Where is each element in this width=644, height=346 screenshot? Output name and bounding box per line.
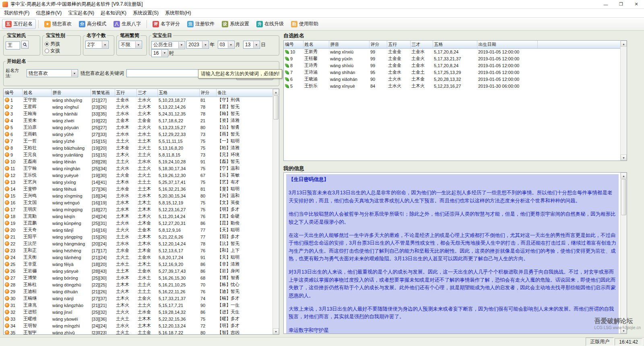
- table-row[interactable]: 22王沆茫wáng hàngmáng[20][24]土水水土木水5,12,20,…: [4, 240, 272, 247]
- minimize-button[interactable]: —: [598, 0, 613, 8]
- table-row[interactable]: 20王天奇wáng tiānjī[16][16]土火火土金木5,8,12,9,1…: [4, 227, 272, 233]
- column-header[interactable]: 五行: [115, 89, 136, 97]
- table-row[interactable]: 32王进熙wáng jìnxī[25][32]土火火土水金5,19,28,14,…: [4, 309, 272, 315]
- scrollbar-thumb[interactable]: [621, 179, 626, 215]
- selected-scrollbar[interactable]: ▲ ▼: [620, 41, 627, 161]
- birth-year-select[interactable]: 2023▼: [186, 41, 209, 49]
- toolbar-button-register-software[interactable]: 注注册软件: [184, 19, 218, 29]
- table-row[interactable]: 9王元良wáng yuánliáng[15][15]土木火土土火5,8,11,8…: [4, 151, 272, 158]
- table-row[interactable]: 9王钰馨wáng yùxīn99土金金土金火5,17,33,21,372019-…: [284, 55, 621, 62]
- table-row[interactable]: 25王非亚wáng fēiyà[18][20]土水土土木土5,12,16,9,2…: [4, 261, 272, 268]
- menu-item[interactable]: 宝宝起名(N): [65, 9, 97, 17]
- table-row[interactable]: 34王明智wáng míngzhì[24][24]土水火土木木5,12,20,1…: [4, 322, 272, 329]
- menu-item[interactable]: 系统帮助(H): [162, 9, 194, 17]
- surname-input[interactable]: 王: [6, 41, 20, 49]
- table-row[interactable]: 3王翰海wáng hànhǎi[33][35]土水水土火木5,24,31,12,…: [4, 110, 272, 117]
- gender-radio-female[interactable]: 女孩: [45, 47, 60, 54]
- menu-item[interactable]: 系统设置(S): [130, 9, 162, 17]
- my-info-scrollbar[interactable]: ▲ ▼: [620, 173, 627, 334]
- table-row[interactable]: 33王曜维wáng yàowéi[33][36]土火土土木木5,22,32,15…: [4, 315, 272, 322]
- toolbar-button-help[interactable]: 助使用帮助: [288, 19, 322, 29]
- table-row[interactable]: 5王忻乐wáng xīnyuè84土水火土木火5,12,23,16,272019…: [284, 82, 621, 89]
- table-row[interactable]: 21王阳平wáng yángpíng[15][26]土土水土木木5,21,22,…: [4, 233, 272, 240]
- scrollbar-thumb[interactable]: [273, 95, 279, 119]
- maximize-button[interactable]: ❐: [613, 0, 629, 8]
- scroll-up-icon[interactable]: ▲: [621, 173, 627, 179]
- column-header[interactable]: 三才: [410, 41, 433, 48]
- table-row[interactable]: 5王泊原wáng póyuán[25][27]土水木土火火5,13,23,15,…: [4, 124, 272, 131]
- table-row[interactable]: 28王栋柱wáng dòngzhù[22][25]土木木土土火5,16,21,1…: [4, 281, 272, 288]
- table-row[interactable]: 23王和正wáng hézhèng[17][17]土水金土木金5,12,13,6…: [4, 247, 272, 254]
- menu-item[interactable]: 信息操作(V): [33, 9, 65, 17]
- table-row[interactable]: 12王乐悦wáng yuèyuè[19][30]土火金土火土5,19,26,12…: [4, 172, 272, 179]
- toolbar-button-online-upgrade[interactable]: 升在线升级: [253, 19, 287, 29]
- close-button[interactable]: ✕: [629, 0, 644, 8]
- table-row[interactable]: 26王岩樾wáng yányuè[28][43]土土木土金水5,27,39,17…: [4, 268, 272, 274]
- birth-month-select[interactable]: 03▼: [218, 41, 235, 49]
- menu-item[interactable]: 起名知识(K): [97, 9, 130, 17]
- table-row[interactable]: 6王雨鹤wáng yǔhè[27][33]土水水土水土5,12,29,22,33…: [4, 131, 272, 138]
- keyword-input[interactable]: [126, 69, 207, 77]
- column-header[interactable]: 姓名: [22, 89, 51, 97]
- scroll-up-icon[interactable]: ▲: [273, 89, 279, 95]
- column-header[interactable]: 简繁笔画: [91, 89, 115, 97]
- toolbar-button-birth-bazi[interactable]: 八生辰八字: [110, 19, 144, 29]
- table-row[interactable]: 10王磊南wáng lěinán[28][28]土土火土水水5,19,24,10…: [4, 158, 272, 165]
- table-row[interactable]: 31王康兆wáng kāngzhào[21][21]土木火土土火5,15,17,…: [4, 302, 272, 309]
- table-row[interactable]: 8王柏壮wáng bǎizhuàng[19][20]土木金土火土5,13,16,…: [4, 144, 272, 151]
- table-row[interactable]: 19王昆鹏wáng kūnpéng[25][31]土火水土木金5,12,27,2…: [4, 220, 272, 227]
- strokes-select[interactable]: 不限▼: [119, 41, 142, 49]
- column-header[interactable]: 编号: [284, 41, 303, 48]
- column-header[interactable]: 评分: [369, 41, 387, 48]
- results-scrollbar[interactable]: ▲ ▼: [272, 89, 279, 334]
- table-row[interactable]: 8王诗秀wáng shīxiù99土金金土金水5,17,20,8,242019-…: [284, 62, 621, 69]
- column-header[interactable]: 五格: [433, 41, 477, 48]
- birth-hour-select[interactable]: 16▼: [151, 49, 168, 57]
- column-header[interactable]: 五格: [157, 89, 199, 97]
- toolbar-button-guess-like[interactable]: ★猜您喜欢: [41, 19, 75, 29]
- table-row[interactable]: 7王一哲wáng yīzhé[15][15]土土火土土木5,5,11,11,15…: [4, 138, 272, 144]
- toolbar-button-name-score[interactable]: 评名字评分: [149, 19, 183, 29]
- table-row[interactable]: 15王兴鸣wáng xīngmíng[18][34]土水水土水木5,20,30,…: [4, 192, 272, 199]
- column-header[interactable]: 编号: [4, 89, 22, 97]
- table-row[interactable]: 17王明庆wáng míngqìng[18][27]土水木土木木5,12,23,…: [4, 206, 272, 213]
- search-surname-button[interactable]: [21, 41, 29, 49]
- column-header[interactable]: 评分: [199, 89, 216, 97]
- table-row[interactable]: 24王天衡wáng tiānhéng[21][24]土火土土金水5,8,20,1…: [4, 254, 272, 261]
- table-row[interactable]: 1王守营wáng shǒuyíng[21][27]土金水土水火5,10,23,1…: [4, 97, 272, 103]
- table-row[interactable]: 6王晓涵wáng xiǎohán90土火水土木金5,20,28,13,32201…: [284, 76, 621, 82]
- column-header[interactable]: 出生日期: [477, 41, 537, 48]
- table-row[interactable]: 35王智宇wáng zhìyǔ[23][23]土火土土土金5,16,18,7,2…: [4, 329, 272, 335]
- naming-method-select[interactable]: 猜您喜欢▼: [27, 69, 78, 77]
- column-header[interactable]: 拼音: [329, 41, 369, 48]
- scroll-down-icon[interactable]: ▼: [273, 328, 279, 334]
- table-row[interactable]: 2王星晖wáng xīnghuī[23][26]土火水土火木5,13,22,14…: [4, 103, 272, 110]
- table-row[interactable]: 29王迪桓wáng díhuán[21][26]土火木土土土5,16,22,11…: [4, 288, 272, 295]
- toolbar-button-system-settings[interactable]: 设系统设置: [219, 19, 252, 29]
- column-header[interactable]: 拼音: [51, 89, 91, 97]
- calendar-type-select[interactable]: 公历生日▼: [151, 41, 185, 49]
- table-row[interactable]: 16王文国wáng wénguó[16][19]土水木土木土5,8,15,12,…: [4, 199, 272, 206]
- scroll-up-icon[interactable]: ▲: [621, 41, 627, 47]
- name-count-select[interactable]: 2字▼: [85, 41, 109, 49]
- toolbar-button-high-score-mode[interactable]: 分高分模式: [76, 19, 109, 29]
- table-row[interactable]: 10王新秀wáng xīnxiù99土金金土金水5,17,20,8,242019…: [284, 48, 621, 55]
- menu-item[interactable]: 我的软件(F): [1, 9, 33, 17]
- column-header[interactable]: 备注: [216, 89, 272, 97]
- gender-radio-male[interactable]: 男孩: [45, 41, 60, 47]
- birth-day-select[interactable]: 13▼: [243, 41, 260, 49]
- table-row[interactable]: 11王宁翰wáng nìnghàn[25][34]土火水土土火5,18,30,1…: [4, 165, 272, 172]
- table-row[interactable]: 4王资未wáng zīwèi[19][22]土金木土金金5,17,18,6,22…: [4, 117, 272, 124]
- scroll-down-icon[interactable]: ▼: [621, 154, 627, 161]
- column-header[interactable]: 三才: [136, 89, 157, 97]
- column-header[interactable]: 姓名: [303, 41, 329, 48]
- table-row[interactable]: 14王斐铧wáng fěihuá[27][36]土水金土土木5,16,32,21…: [4, 185, 272, 192]
- column-header[interactable]: 五行: [387, 41, 410, 48]
- table-row[interactable]: 13王艺兴wáng yìxīng[14][41]土木水土土土5,25,37,17…: [4, 179, 272, 185]
- table-row[interactable]: 27王博荣wáng bóróng[25][30]土水木土水土5,16,26,15…: [4, 274, 272, 281]
- toolbar-button-wuxing-naming[interactable]: 五五行起名: [2, 19, 36, 29]
- table-row[interactable]: 7王诗涵wáng shīhán95土金水土金土5,17,25,13,292019…: [284, 69, 621, 76]
- scroll-down-icon[interactable]: ▼: [621, 327, 627, 334]
- table-row[interactable]: 30王楠继wáng nánjì[27][37]土木火土金火5,17,33,21,…: [4, 295, 272, 302]
- table-row[interactable]: 18王克勤wáng kèqín[24][24]土木木土木火5,11,20,14,…: [4, 213, 272, 220]
